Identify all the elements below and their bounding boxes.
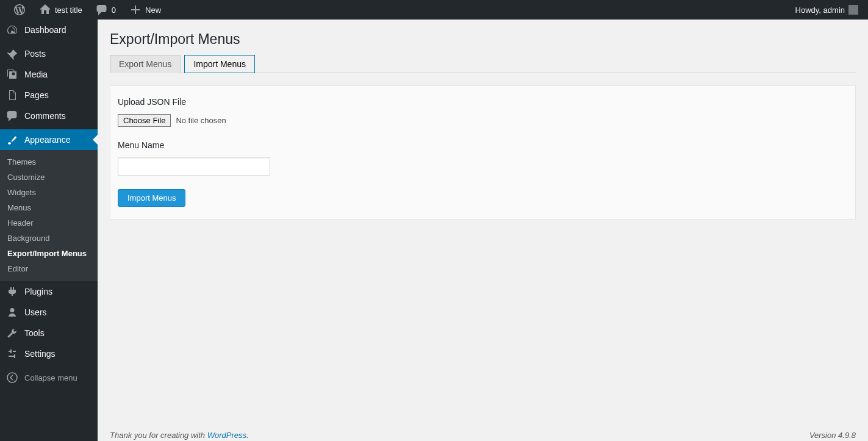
collapse-icon [6,371,18,384]
sub-background[interactable]: Background [0,231,98,246]
upload-json-label: Upload JSON File [118,97,848,107]
choose-file-button[interactable]: Choose File [118,114,171,127]
tab-row: Export Menus Import Menus [110,55,856,73]
new-label: New [145,5,161,15]
collapse-menu[interactable]: Collapse menu [0,367,98,388]
comment-icon [96,4,108,16]
sidebar-item-comments[interactable]: Comments [0,106,98,126]
howdy-text: Howdy, admin [795,5,845,15]
sub-menus[interactable]: Menus [0,200,98,215]
content-area: Export/Import Menus Export Menus Import … [98,20,868,441]
admin-sidebar: Dashboard Posts Media Pages Comments App… [0,20,98,441]
wrench-icon [6,327,18,339]
footer-wp-link[interactable]: WordPress [207,431,246,440]
menu-name-label: Menu Name [118,140,848,150]
admin-bar: test title 0 New Howdy, admin [0,0,868,20]
import-menus-button[interactable]: Import Menus [118,189,185,207]
footer-thanks-prefix: Thank you for creating with [110,431,207,440]
page-icon [6,89,18,101]
site-title: test title [55,5,82,15]
sidebar-item-users[interactable]: Users [0,302,98,323]
site-link[interactable]: test title [30,0,87,20]
file-input-row: Choose File No file chosen [118,114,848,127]
sidebar-label: Posts [24,49,46,59]
my-account[interactable]: Howdy, admin [787,0,863,20]
footer-version: Version 4.9.8 [809,431,856,440]
sidebar-item-plugins[interactable]: Plugins [0,281,98,302]
sidebar-label: Users [24,307,47,317]
sidebar-label: Dashboard [24,25,66,35]
comments-count: 0 [112,5,116,15]
media-icon [6,68,18,81]
sidebar-label: Comments [24,111,66,121]
svg-point-0 [7,373,17,382]
file-status-text: No file chosen [176,116,226,125]
sidebar-label: Plugins [24,287,52,296]
sliders-icon [6,348,18,360]
sidebar-item-appearance[interactable]: Appearance [0,129,98,150]
sidebar-item-settings[interactable]: Settings [0,343,98,364]
sidebar-item-media[interactable]: Media [0,64,98,85]
footer-thanks-suffix: . [246,431,249,440]
sub-themes[interactable]: Themes [0,154,98,170]
tab-export-menus[interactable]: Export Menus [110,55,181,73]
collapse-label: Collapse menu [24,373,77,382]
user-icon [6,306,18,318]
comment-icon [6,110,18,122]
sub-header[interactable]: Header [0,215,98,231]
sidebar-item-pages[interactable]: Pages [0,85,98,106]
tab-import-menus[interactable]: Import Menus [184,55,255,73]
pin-icon [6,48,18,60]
sub-customize[interactable]: Customize [0,170,98,185]
plug-icon [6,285,18,298]
sidebar-item-dashboard[interactable]: Dashboard [0,20,98,40]
footer: Thank you for creating with WordPress. V… [110,427,856,441]
home-icon [39,4,51,16]
sidebar-label: Pages [24,90,49,100]
new-content-link[interactable]: New [121,0,166,20]
import-panel: Upload JSON File Choose File No file cho… [110,85,856,220]
sub-widgets[interactable]: Widgets [0,185,98,200]
sidebar-item-tools[interactable]: Tools [0,323,98,343]
avatar [848,5,858,15]
sidebar-item-posts[interactable]: Posts [0,43,98,64]
brush-icon [6,134,18,146]
sub-editor[interactable]: Editor [0,261,98,276]
sub-export-import-menus[interactable]: Export/Import Menus [0,246,98,261]
page-title: Export/Import Menus [110,26,856,55]
comments-link[interactable]: 0 [87,0,121,20]
sidebar-label: Media [24,70,48,79]
plus-icon [129,4,142,16]
sidebar-label: Tools [24,328,45,338]
wordpress-logo-icon [13,4,26,16]
sidebar-label: Settings [24,349,56,359]
appearance-submenu: Themes Customize Widgets Menus Header Ba… [0,150,98,281]
sidebar-label: Appearance [24,135,71,145]
wp-logo-menu[interactable] [5,0,30,20]
dashboard-icon [6,24,18,36]
menu-name-input[interactable] [118,157,270,176]
